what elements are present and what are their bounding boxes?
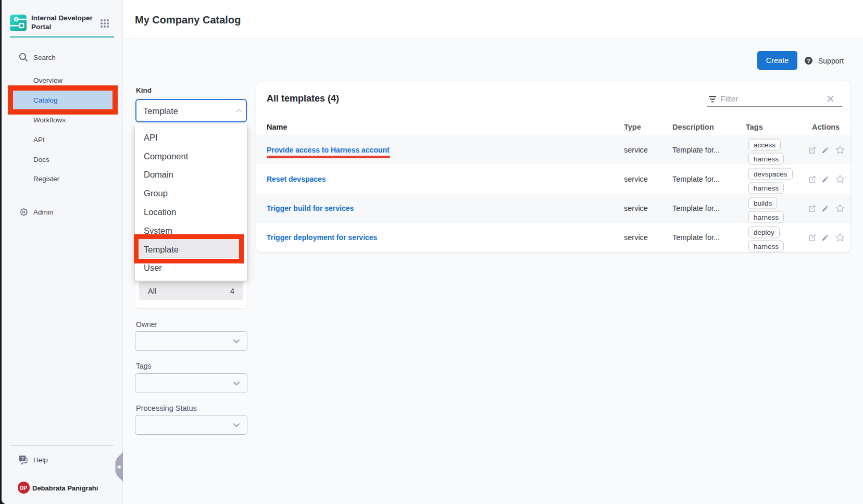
svg-text:?: ?	[21, 456, 23, 461]
